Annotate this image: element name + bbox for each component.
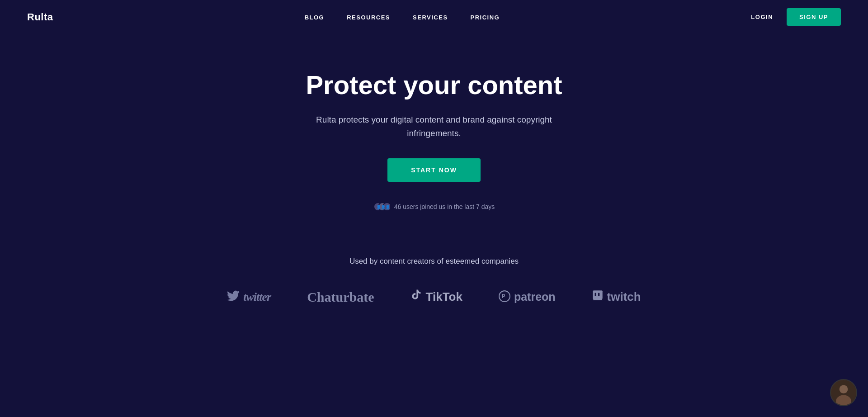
- hero-subtitle: Rulta protects your digital content and …: [294, 113, 574, 141]
- svg-rect-8: [593, 290, 602, 299]
- nav-link-pricing[interactable]: PRICING: [471, 14, 500, 21]
- nav-link-resources[interactable]: RESOURCES: [347, 14, 390, 21]
- nav-links: BLOG RESOURCES SERVICES PRICING: [305, 13, 500, 21]
- brand-logo[interactable]: Rulta: [27, 11, 53, 23]
- companies-section: Used by content creators of esteemed com…: [0, 230, 868, 314]
- patreon-text: patreon: [514, 290, 556, 303]
- svg-point-12: [840, 385, 848, 393]
- svg-text:👤: 👤: [385, 204, 390, 210]
- chaturbate-text: Chaturbate: [307, 289, 374, 305]
- nav-item-services[interactable]: SERVICES: [413, 13, 448, 21]
- avatar-image: [831, 380, 856, 405]
- tiktok-text: TikTok: [426, 290, 462, 304]
- patreon-icon: P: [499, 290, 510, 304]
- patreon-logo: P patreon: [499, 290, 556, 304]
- navbar: Rulta BLOG RESOURCES SERVICES PRICING LO…: [0, 0, 868, 34]
- twitch-logo: twitch: [592, 289, 641, 305]
- users-joined-indicator: 👤 👤 👤 46 users joined us in the last 7 d…: [373, 202, 495, 212]
- companies-label: Used by content creators of esteemed com…: [9, 257, 859, 266]
- twitter-logo: twitter: [227, 290, 271, 304]
- start-now-button[interactable]: START NOW: [387, 158, 481, 182]
- bottom-avatar[interactable]: [830, 379, 857, 406]
- tiktok-logo: TikTok: [410, 289, 462, 305]
- nav-item-resources[interactable]: RESOURCES: [347, 13, 390, 21]
- twitter-icon: [227, 290, 240, 304]
- hero-section: Protect your content Rulta protects your…: [0, 34, 868, 230]
- nav-item-pricing[interactable]: PRICING: [471, 13, 500, 21]
- twitch-text: twitch: [607, 290, 641, 304]
- tiktok-icon: [410, 289, 422, 305]
- svg-rect-10: [598, 293, 599, 296]
- companies-logos-row: twitter Chaturbate TikTok P p: [9, 289, 859, 305]
- nav-right: LOGIN SIGN UP: [751, 8, 841, 26]
- users-avatars-group: 👤 👤 👤: [373, 202, 390, 212]
- login-link[interactable]: LOGIN: [751, 14, 773, 20]
- nav-link-blog[interactable]: BLOG: [305, 14, 325, 21]
- hero-title: Protect your content: [306, 70, 562, 100]
- svg-rect-9: [594, 293, 596, 296]
- nav-item-blog[interactable]: BLOG: [305, 13, 325, 21]
- svg-text:P: P: [501, 293, 505, 299]
- group-users-icon: 👤 👤 👤: [373, 202, 390, 212]
- chaturbate-logo: Chaturbate: [307, 289, 374, 305]
- users-joined-text: 46 users joined us in the last 7 days: [394, 203, 495, 210]
- nav-link-services[interactable]: SERVICES: [413, 14, 448, 21]
- twitch-icon: [592, 289, 604, 305]
- signup-button[interactable]: SIGN UP: [787, 8, 841, 26]
- twitter-text: twitter: [243, 290, 271, 304]
